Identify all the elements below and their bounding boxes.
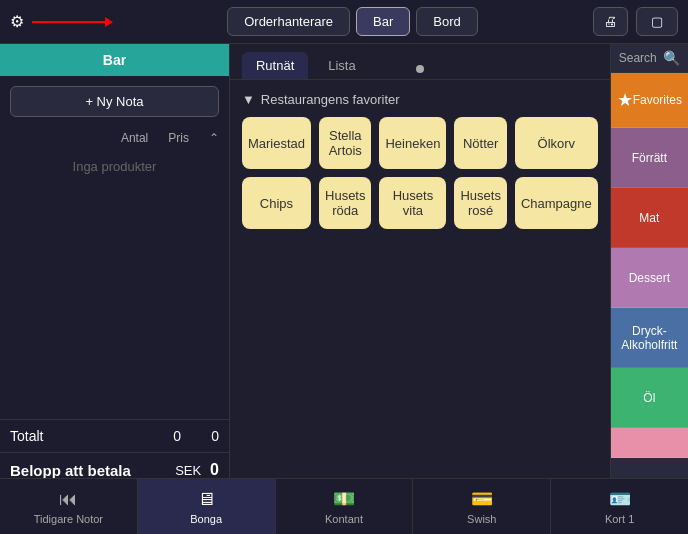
totalt-values: 0 0 [173, 428, 219, 444]
nav-item-bonga[interactable]: 🖥 Bonga [138, 479, 276, 534]
product-card[interactable]: Mariestad [242, 117, 311, 169]
nav-item-swish[interactable]: 💳 Swish [413, 479, 551, 534]
nav-bord[interactable]: Bord [416, 7, 477, 36]
category-ol-label: Öl [643, 391, 655, 405]
category-favorites-label: Favorites [633, 93, 682, 107]
table-header: Antal Pris ⌃ [0, 127, 229, 149]
nav-item-tidigare-notor[interactable]: ⏮ Tidigare Notor [0, 479, 138, 534]
category-mat[interactable]: Mat [611, 188, 688, 248]
extra-button[interactable]: ▢ [636, 7, 678, 36]
arrow-line [32, 21, 112, 23]
col-pris-header: Pris [168, 131, 189, 145]
cash-icon: 💵 [333, 488, 355, 510]
collapse-triangle-icon[interactable]: ▼ [242, 92, 255, 107]
tab-lista[interactable]: Lista [314, 52, 369, 79]
sort-icon[interactable]: ⌃ [209, 131, 219, 145]
product-card[interactable]: Nötter [454, 117, 506, 169]
rewind-icon: ⏮ [59, 489, 77, 510]
favorites-section: ▼ Restaurangens favoriter Mariestad Stel… [230, 80, 610, 534]
nav-label-swish: Swish [467, 513, 496, 525]
totalt-row: Totalt 0 0 [0, 419, 229, 452]
top-bar-center: Orderhanterare Bar Bord [227, 7, 478, 36]
category-forratt-label: Förrätt [632, 151, 667, 165]
product-card[interactable]: Ölkorv [515, 117, 598, 169]
product-card[interactable]: Stella Artois [319, 117, 371, 169]
category-favorites[interactable]: ★ Favorites [611, 73, 688, 128]
product-card[interactable]: Husets röda [319, 177, 371, 229]
search-icon[interactable]: 🔍 [663, 50, 680, 66]
left-panel-header: Bar [0, 44, 229, 76]
dot-indicator [416, 65, 424, 73]
product-grid: Mariestad Stella Artois Heineken Nötter … [242, 117, 598, 229]
category-dryck[interactable]: Dryck- Alkoholfritt [611, 308, 688, 368]
monitor-icon: 🖥 [197, 489, 215, 510]
totalt-pris: 0 [211, 428, 219, 444]
category-dessert[interactable]: Dessert [611, 248, 688, 308]
belopp-label: Belopp att betala [10, 462, 131, 479]
nav-item-kontant[interactable]: 💵 Kontant [276, 479, 414, 534]
product-card[interactable]: Husets vita [379, 177, 446, 229]
nav-bar[interactable]: Bar [356, 7, 410, 36]
belopp-currency: SEK [175, 463, 201, 478]
left-panel: Bar + Ny Nota Antal Pris ⌃ Inga produkte… [0, 44, 230, 534]
card-icon: 💳 [471, 488, 493, 510]
category-mat-label: Mat [639, 211, 659, 225]
search-label: Search [619, 51, 657, 65]
nav-label-kort1: Kort 1 [605, 513, 634, 525]
category-dessert-label: Dessert [629, 271, 670, 285]
belopp-value: SEK 0 [175, 461, 219, 479]
tabs-row: Rutnät Lista [230, 44, 610, 80]
empty-products-label: Inga produkter [0, 149, 229, 419]
category-forratt[interactable]: Förrätt [611, 128, 688, 188]
main-layout: Bar + Ny Nota Antal Pris ⌃ Inga produkte… [0, 44, 688, 534]
center-panel: Rutnät Lista ▼ Restaurangens favoriter M… [230, 44, 610, 534]
tab-rutnät[interactable]: Rutnät [242, 52, 308, 79]
print-button[interactable]: 🖨 [593, 7, 628, 36]
col-antal-header: Antal [121, 131, 148, 145]
star-icon: ★ [617, 90, 633, 110]
belopp-amount: 0 [210, 461, 219, 478]
gear-icon[interactable]: ⚙ [10, 12, 24, 31]
category-ol[interactable]: Öl [611, 368, 688, 428]
section-header: ▼ Restaurangens favoriter [242, 92, 598, 107]
product-card[interactable]: Heineken [379, 117, 446, 169]
nav-label-tidigare-notor: Tidigare Notor [34, 513, 103, 525]
top-bar-left: ⚙ [10, 12, 112, 31]
top-bar-right: 🖨 ▢ [593, 7, 678, 36]
arrow-indicator [32, 21, 112, 23]
product-card[interactable]: Chips [242, 177, 311, 229]
search-row: Search 🔍 [611, 44, 688, 73]
top-bar: ⚙ Orderhanterare Bar Bord 🖨 ▢ [0, 0, 688, 44]
product-card[interactable]: Champagne [515, 177, 598, 229]
nav-orderhanterare[interactable]: Orderhanterare [227, 7, 350, 36]
category-extra[interactable] [611, 428, 688, 458]
nav-label-bonga: Bonga [190, 513, 222, 525]
nav-item-kort1[interactable]: 🪪 Kort 1 [551, 479, 688, 534]
totalt-antal: 0 [173, 428, 181, 444]
product-card[interactable]: Husets rosé [454, 177, 506, 229]
nav-label-kontant: Kontant [325, 513, 363, 525]
id-card-icon: 🪪 [609, 488, 631, 510]
section-label: Restaurangens favoriter [261, 92, 400, 107]
right-panel: Search 🔍 ★ Favorites Förrätt Mat Dessert… [610, 44, 688, 534]
bottom-nav: ⏮ Tidigare Notor 🖥 Bonga 💵 Kontant 💳 Swi… [0, 478, 688, 534]
totalt-label: Totalt [10, 428, 43, 444]
category-dryck-label: Dryck- Alkoholfritt [621, 324, 677, 352]
new-nota-button[interactable]: + Ny Nota [10, 86, 219, 117]
